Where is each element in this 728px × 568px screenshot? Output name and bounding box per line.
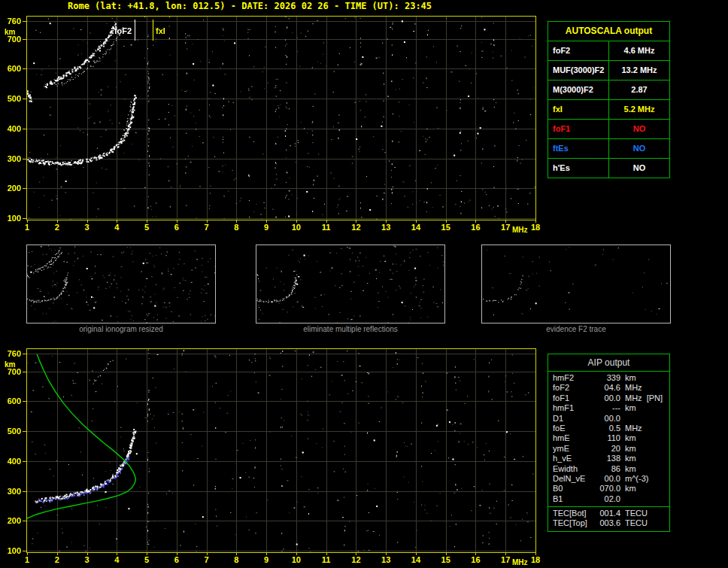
- aip-param-value: 00.0: [595, 414, 620, 424]
- autoscala-table: AUTOSCALA output foF24.6 MHzMUF(3000)F21…: [548, 21, 670, 178]
- aip-param-value: 138: [595, 454, 620, 463]
- x-tick-label: 14: [407, 223, 425, 232]
- y-tick-mark: [23, 159, 26, 159]
- panel-original-caption: original ionogram resized: [26, 325, 216, 333]
- aip-row: B0070.0km: [548, 484, 669, 494]
- x-tick-mark: [87, 220, 88, 223]
- x-tick-label: 4: [108, 223, 126, 232]
- y-tick-label: 200: [0, 184, 21, 193]
- x-tick-label: 14: [407, 556, 425, 564]
- autoscala-param-label: MUF(3000)F2: [548, 61, 609, 80]
- x-tick-label: 9: [257, 223, 275, 232]
- x-tick-mark: [177, 553, 177, 555]
- aip-row: TEC[Bot]001.4TECU: [548, 509, 669, 518]
- x-tick-label: 15: [437, 223, 455, 232]
- x-tick-mark: [326, 553, 327, 555]
- x-tick-mark: [505, 553, 506, 555]
- panel-evidence-caption: evidence F2 trace: [481, 325, 671, 333]
- aip-param-unit: km: [620, 403, 669, 413]
- aip-row: hmE110km: [548, 433, 669, 443]
- aip-param-name: Ewidth: [548, 464, 595, 474]
- aip-param-value: 070.0: [595, 484, 620, 494]
- x-tick-label: 2: [48, 556, 66, 564]
- aip-param-value: 02.0: [595, 494, 620, 504]
- x-tick-label: 12: [347, 223, 365, 232]
- aip-param-name: TEC[Top]: [548, 518, 595, 528]
- x-tick-label: 15: [437, 556, 455, 564]
- x-tick-mark: [356, 553, 356, 555]
- aip-table-header: AIP output: [548, 354, 669, 372]
- autoscala-param-value: 5.2 MHz: [609, 100, 669, 119]
- fof2-marker-label: foF2: [114, 26, 132, 35]
- aip-row: foE0.5MHz: [548, 424, 669, 433]
- y-tick-mark: [23, 21, 26, 22]
- x-tick-label: 5: [138, 223, 156, 232]
- aip-row: hmF2339km: [548, 373, 669, 383]
- x-tick-mark: [57, 553, 58, 555]
- x-tick-label: 12: [347, 556, 365, 564]
- aip-param-unit: TECU: [620, 518, 669, 528]
- y-tick-mark: [23, 218, 26, 219]
- aip-param-name: hmF2: [548, 373, 595, 383]
- aip-param-name: TEC[Bot]: [548, 509, 595, 518]
- x-tick-mark: [236, 220, 237, 223]
- y-tick-label: 500: [0, 427, 21, 436]
- aip-param-value: ---: [595, 403, 620, 413]
- x-tick-label: 13: [377, 223, 395, 232]
- x-tick-label: 7: [198, 556, 216, 564]
- aip-param-unit: MHz: [620, 424, 669, 433]
- aip-tec-body: TEC[Bot]001.4TECUTEC[Top]003.6TECU: [548, 509, 669, 529]
- autoscala-param-value: NO: [609, 159, 669, 178]
- x-tick-label: 13: [377, 556, 395, 564]
- x-tick-mark: [475, 220, 476, 223]
- aip-param-name: D1: [548, 414, 595, 424]
- y-tick-mark: [23, 551, 26, 551]
- x-tick-mark: [416, 553, 417, 555]
- x-tick-mark: [535, 220, 536, 223]
- aip-param-name: foE: [548, 424, 595, 433]
- y-tick-label: 600: [0, 65, 21, 73]
- aip-param-name: hmF1: [548, 403, 595, 413]
- x-tick-label: 6: [168, 223, 186, 232]
- y-tick-label: 600: [0, 397, 21, 405]
- x-tick-label: 5: [138, 556, 156, 564]
- autoscala-table-body: foF24.6 MHzMUF(3000)F213.2 MHzM(3000)F22…: [548, 41, 669, 178]
- aip-row: TEC[Top]003.6TECU: [548, 518, 669, 528]
- y-tick-label: 400: [0, 457, 21, 466]
- y-tick-mark: [23, 521, 26, 521]
- x-tick-mark: [27, 220, 28, 223]
- autoscala-param-label: ftEs: [548, 139, 609, 158]
- x-tick-label: 18: [526, 556, 544, 564]
- aip-param-name: ymE: [548, 444, 595, 454]
- x-tick-mark: [87, 553, 88, 555]
- x-tick-label: 3: [78, 223, 96, 232]
- y-tick-mark: [23, 188, 26, 189]
- x-tick-label: 10: [287, 223, 305, 232]
- autoscala-row: fxI5.2 MHz: [548, 100, 669, 120]
- y-tick-label: 500: [0, 95, 21, 103]
- x-tick-label: 16: [466, 223, 484, 232]
- aip-row: ymE20km: [548, 444, 669, 454]
- aip-param-unit: MHz: [620, 383, 669, 393]
- aip-param-value: 110: [595, 433, 620, 443]
- aip-param-value: 0.5: [595, 424, 620, 433]
- x-tick-label: 8: [227, 556, 245, 564]
- y-tick-label: 200: [0, 517, 21, 525]
- x-tick-label: 18: [526, 223, 544, 232]
- y-tick-label: 760: [0, 350, 21, 358]
- x-tick-label: 8: [227, 223, 245, 232]
- aip-param-name: hmE: [548, 433, 595, 443]
- panel-original-canvas: [27, 245, 215, 323]
- aip-param-value: 001.4: [595, 509, 620, 518]
- aip-table: AIP output hmF2339kmfoF204.6MHzfoF100.0M…: [548, 354, 670, 532]
- x-tick-mark: [147, 553, 147, 555]
- x-tick-mark: [296, 553, 297, 555]
- aip-table-body: hmF2339kmfoF204.6MHzfoF100.0MHz [PN]hmF1…: [548, 373, 669, 504]
- aip-param-unit: [620, 494, 669, 504]
- aip-param-value: 86: [595, 464, 620, 474]
- aip-param-name: foF1: [548, 393, 595, 403]
- x-tick-mark: [386, 220, 387, 223]
- x-tick-label: 11: [317, 556, 335, 564]
- y-tick-mark: [23, 431, 26, 432]
- aip-row: B102.0: [548, 494, 669, 504]
